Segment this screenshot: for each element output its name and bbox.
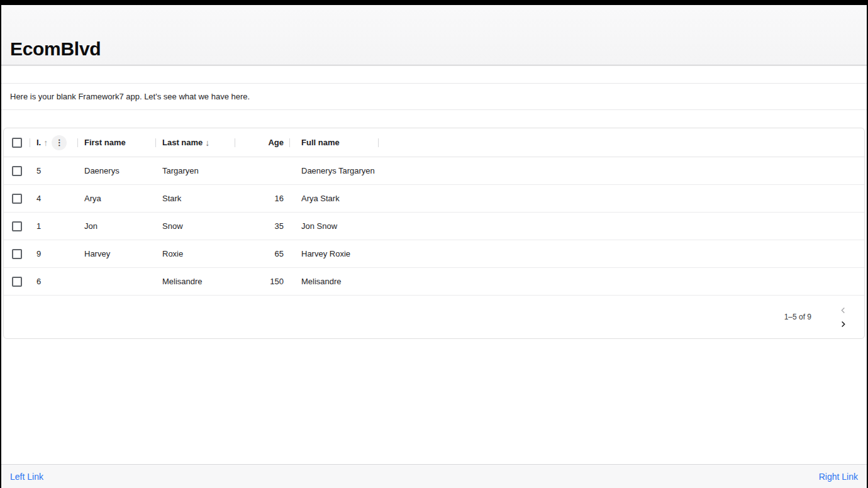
cell-full-name[interactable]: Harvey Roxie: [290, 240, 379, 267]
row-checkbox-cell[interactable]: [4, 213, 30, 240]
intro-text: Here is your blank Framework7 app. Let's…: [10, 92, 250, 101]
grid-footer: 1–5 of 9: [4, 296, 864, 338]
cell-filler: [379, 240, 864, 267]
cell-age[interactable]: 150: [235, 268, 290, 295]
row-checkbox-cell[interactable]: [4, 240, 30, 267]
column-header-age[interactable]: Age: [235, 128, 290, 157]
cell-last-name[interactable]: Stark: [156, 185, 235, 212]
column-header-full-name-label: Full name: [301, 138, 340, 147]
navbar: EcomBlvd: [1, 5, 867, 65]
window-left-border: [0, 0, 1, 488]
cell-id[interactable]: 5: [30, 157, 78, 184]
table-row[interactable]: 1 Jon Snow 35 Jon Snow: [4, 213, 864, 240]
column-header-age-label: Age: [268, 138, 284, 147]
cell-full-name[interactable]: Arya Stark: [290, 185, 379, 212]
table-row[interactable]: 6 Melisandre 150 Melisandre: [4, 268, 864, 296]
column-header-filler: [379, 128, 864, 157]
data-grid: I. ↑ ⋮ First name Last name ↓ Age: [3, 128, 865, 339]
cell-age[interactable]: [235, 157, 290, 184]
bottom-toolbar: Left Link Right Link: [1, 464, 867, 488]
cell-age[interactable]: 65: [235, 240, 290, 267]
table-row[interactable]: 9 Harvey Roxie 65 Harvey Roxie: [4, 240, 864, 268]
cell-first-name[interactable]: Jon: [78, 213, 156, 240]
cell-first-name[interactable]: Daenerys: [78, 157, 156, 184]
row-checkbox-icon[interactable]: [12, 221, 22, 231]
sort-descending-icon[interactable]: ↓: [205, 138, 209, 147]
column-menu-button[interactable]: ⋮: [52, 135, 67, 150]
column-header-last-name[interactable]: Last name ↓: [156, 128, 235, 157]
row-checkbox-icon[interactable]: [12, 194, 22, 204]
cell-last-name[interactable]: Snow: [156, 213, 235, 240]
sort-ascending-icon[interactable]: ↑: [43, 138, 48, 147]
cell-id[interactable]: 4: [30, 185, 78, 212]
cell-last-name[interactable]: Roxie: [156, 240, 235, 267]
chevron-left-icon: [839, 306, 847, 314]
row-checkbox-icon[interactable]: [12, 166, 22, 176]
chevron-right-icon: [839, 320, 847, 328]
intro-block: Here is your blank Framework7 app. Let's…: [1, 83, 867, 110]
row-checkbox-icon[interactable]: [12, 249, 22, 259]
page-title: EcomBlvd: [10, 38, 101, 60]
pagination-range-label: 1–5 of 9: [784, 313, 811, 321]
table-row[interactable]: 4 Arya Stark 16 Arya Stark: [4, 185, 864, 213]
row-checkbox-cell[interactable]: [4, 268, 30, 295]
column-header-id[interactable]: I. ↑ ⋮: [30, 128, 78, 157]
app-window: EcomBlvd Here is your blank Framework7 a…: [0, 0, 868, 488]
cell-last-name[interactable]: Melisandre: [156, 268, 235, 295]
cell-first-name[interactable]: [78, 268, 156, 295]
previous-page-button[interactable]: [838, 305, 848, 315]
column-header-first-name-label: First name: [84, 138, 126, 147]
cell-age[interactable]: 16: [235, 185, 290, 212]
cell-id[interactable]: 6: [30, 268, 78, 295]
pagination-buttons: [838, 305, 848, 329]
cell-age[interactable]: 35: [235, 213, 290, 240]
cell-filler: [379, 157, 864, 184]
cell-id[interactable]: 9: [30, 240, 78, 267]
statusbar: [0, 0, 868, 5]
column-header-last-name-label: Last name: [162, 138, 203, 147]
cell-full-name[interactable]: Jon Snow: [290, 213, 379, 240]
cell-last-name[interactable]: Targaryen: [156, 157, 235, 184]
row-checkbox-cell[interactable]: [4, 185, 30, 212]
column-header-first-name[interactable]: First name: [78, 128, 156, 157]
grid-header-row: I. ↑ ⋮ First name Last name ↓ Age: [4, 128, 864, 157]
cell-full-name[interactable]: Melisandre: [290, 268, 379, 295]
cell-filler: [379, 185, 864, 212]
row-checkbox-icon[interactable]: [12, 277, 22, 287]
cell-first-name[interactable]: Harvey: [78, 240, 156, 267]
row-checkbox-cell[interactable]: [4, 157, 30, 184]
next-page-button[interactable]: [838, 319, 848, 329]
table-row[interactable]: 5 Daenerys Targaryen Daenerys Targaryen: [4, 157, 864, 185]
cell-first-name[interactable]: Arya: [78, 185, 156, 212]
select-all-cell[interactable]: [4, 128, 30, 157]
cell-filler: [379, 268, 864, 295]
kebab-menu-icon: ⋮: [55, 138, 64, 147]
left-link[interactable]: Left Link: [10, 472, 43, 482]
cell-id[interactable]: 1: [30, 213, 78, 240]
cell-filler: [379, 213, 864, 240]
right-link[interactable]: Right Link: [819, 472, 858, 482]
column-header-id-label: I.: [36, 138, 41, 147]
select-all-checkbox-icon[interactable]: [12, 138, 22, 148]
cell-full-name[interactable]: Daenerys Targaryen: [290, 157, 379, 184]
column-header-full-name[interactable]: Full name: [290, 128, 379, 157]
